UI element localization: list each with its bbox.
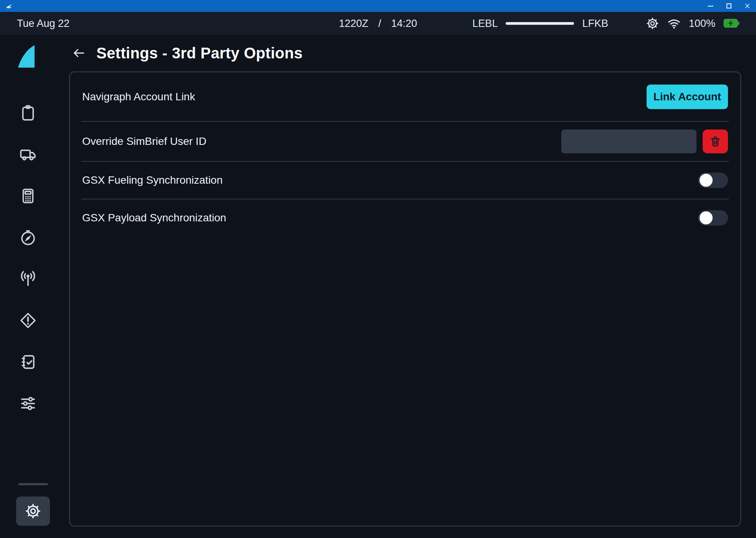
status-bar: Tue Aug 22 1220Z / 14:20 LEBL LFKB 100% (0, 12, 756, 35)
toggle-knob (700, 211, 713, 224)
sidebar-item-navigation[interactable] (0, 217, 56, 258)
content-area: Settings - 3rd Party Options Navigraph A… (0, 35, 756, 538)
route-progress-line (506, 22, 574, 25)
alert-diamond-icon (19, 312, 37, 329)
sidebar-item-failures[interactable] (0, 300, 56, 341)
gear-icon[interactable] (646, 17, 659, 30)
row-label: GSX Fueling Synchronization (82, 174, 223, 186)
battery-percent: 100% (689, 17, 715, 29)
row-controls: Link Account (647, 85, 728, 109)
utc-time: 1220Z (339, 17, 369, 29)
os-titlebar (0, 0, 756, 12)
row-navigraph-account: Navigraph Account Link Link Account (70, 72, 740, 121)
row-controls (698, 173, 728, 188)
page-header: Settings - 3rd Party Options (56, 35, 756, 71)
clipboard-icon (19, 104, 37, 122)
close-button[interactable] (744, 3, 751, 10)
gear-icon (25, 503, 41, 520)
local-time: 14:20 (391, 17, 417, 29)
sidebar-item-ground-services[interactable] (0, 134, 56, 175)
toggle-knob (700, 174, 713, 187)
route-destination: LFKB (582, 17, 608, 29)
battery-charging-icon (723, 18, 739, 28)
sidebar-item-options[interactable] (0, 383, 56, 424)
sidebar-item-performance[interactable] (0, 175, 56, 217)
app-icon (5, 2, 13, 10)
sidebar-item-radio[interactable] (0, 258, 56, 300)
sidebar-divider (18, 483, 48, 485)
row-gsx-payload: GSX Payload Synchronization (70, 199, 740, 236)
simbrief-id-input[interactable] (561, 130, 696, 153)
row-label: Override SimBrief User ID (82, 135, 207, 148)
sidebar-item-settings-active[interactable] (16, 496, 50, 526)
close-icon (744, 3, 751, 9)
maximize-icon (726, 3, 731, 8)
wifi-icon (667, 17, 681, 30)
link-account-button[interactable]: Link Account (647, 85, 728, 109)
trash-icon (709, 135, 721, 148)
back-button[interactable] (71, 45, 86, 61)
checklist-icon (19, 353, 37, 371)
calculator-icon (19, 187, 37, 205)
row-simbrief-id: Override SimBrief User ID (70, 122, 740, 161)
row-controls (561, 130, 728, 153)
window-controls (707, 3, 751, 10)
time-separator: / (378, 17, 381, 29)
antenna-icon (19, 270, 37, 288)
status-right: LEBL LFKB 100% (472, 17, 739, 30)
minimize-button[interactable] (707, 3, 714, 10)
winglet-logo-icon (17, 45, 39, 68)
gsx-fueling-toggle[interactable] (698, 173, 728, 188)
gsx-payload-toggle[interactable] (698, 210, 728, 226)
settings-panel: Navigraph Account Link Link Account Over… (69, 71, 741, 526)
page-title: Settings - 3rd Party Options (96, 45, 303, 62)
sliders-icon (19, 395, 37, 412)
minimize-icon (708, 6, 713, 7)
main-area: Settings - 3rd Party Options Navigraph A… (56, 35, 756, 538)
arrow-left-icon (72, 46, 86, 60)
route-origin: LEBL (472, 17, 498, 29)
sidebar (0, 35, 56, 538)
maximize-button[interactable] (725, 3, 732, 10)
status-date: Tue Aug 22 (17, 17, 69, 29)
clear-simbrief-id-button[interactable] (703, 130, 728, 153)
status-clock: 1220Z / 14:20 (339, 17, 417, 29)
row-controls (698, 210, 728, 226)
compass-icon (19, 229, 37, 246)
row-label: Navigraph Account Link (82, 91, 195, 103)
sidebar-item-checklist[interactable] (0, 341, 56, 383)
sidebar-nav (0, 92, 56, 424)
efb-window: Tue Aug 22 1220Z / 14:20 LEBL LFKB 100% (0, 0, 756, 538)
sidebar-item-flight-plan[interactable] (0, 92, 56, 134)
truck-icon (19, 146, 37, 163)
row-gsx-fueling: GSX Fueling Synchronization (70, 162, 740, 199)
row-label: GSX Payload Synchronization (82, 212, 226, 224)
